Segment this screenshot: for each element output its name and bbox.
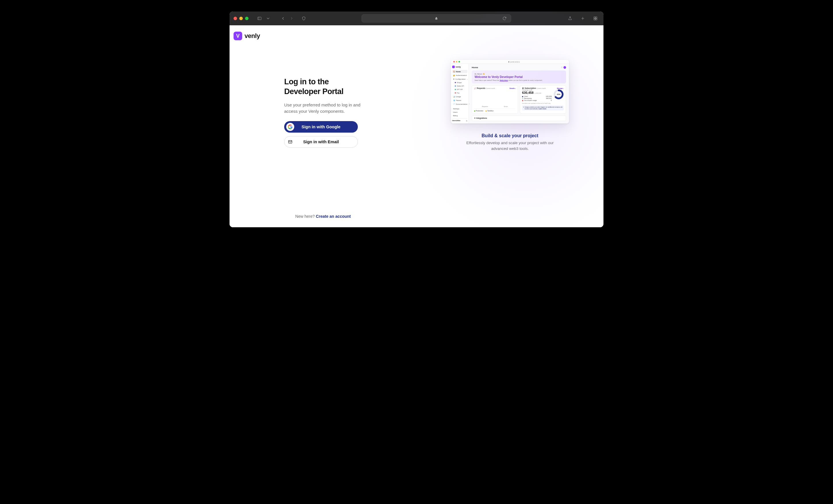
brand: V venly [234, 32, 260, 40]
preview-requests-details: Details › [510, 88, 516, 89]
privacy-report-button[interactable] [300, 15, 308, 22]
preview-nav-docs: 📄 Documentation ↗ [452, 102, 468, 105]
preview-url: portal.venly.io [508, 61, 520, 63]
svg-rect-4 [594, 17, 595, 18]
reload-button[interactable] [500, 15, 508, 22]
preview-nav-billing: Billing [452, 114, 468, 117]
preview-nav-faucet: 💧 Faucet [452, 99, 468, 102]
preview-subscription-manage: Manage › [557, 88, 564, 89]
nav-back-button[interactable] [279, 15, 287, 22]
preview-requests-chart [474, 90, 516, 105]
preview-integrations-card: ✦ Integrations [472, 115, 566, 121]
preview-hero-help: Need help to get started? Read the Venly… [475, 79, 563, 81]
preview-nav-pay: Pay [452, 92, 468, 94]
preview-nav-config: ⚙ Configuration ⌄ [452, 77, 468, 80]
signin-email-label: Sign in with Email [303, 140, 339, 144]
close-window-button[interactable] [234, 17, 237, 20]
preview-nav-nft: NFT API [452, 88, 468, 91]
tab-overview-button[interactable] [591, 15, 599, 22]
page-content: V venly Log in to the Developer Portal U… [230, 25, 603, 227]
create-account-link[interactable]: Create an account [316, 214, 351, 219]
preview-nav-settings: Settings [452, 107, 468, 110]
svg-rect-5 [596, 17, 597, 18]
preview-requests-card: 📈 Requests Current month Details › Reque… [472, 85, 518, 114]
share-button[interactable] [566, 15, 574, 22]
signin-email-button[interactable]: Sign in with Email [284, 136, 358, 148]
preview-nav-users: Users [452, 111, 468, 114]
sidebar-toggle-button[interactable] [256, 15, 263, 22]
tab-group-dropdown[interactable] [264, 15, 272, 22]
brand-logo: V [234, 32, 242, 40]
preview-help-icon: ? [561, 67, 562, 69]
preview-avatar [564, 66, 566, 69]
fullscreen-window-button[interactable] [245, 17, 248, 20]
marketing-panel: portal.venly.io venly 🏠 Home 🔐 Authentic… [416, 25, 603, 227]
lock-icon [435, 17, 438, 20]
google-icon [286, 123, 294, 131]
preview-brand: venly [452, 66, 468, 68]
preview-main: Home ? Hi, Simon 👋 Welcome to Venly Deve… [469, 64, 569, 123]
preview-nav-home: 🏠 Home [452, 70, 468, 73]
preview-hero-welcome: Welcome to Venly Developer Portal [475, 75, 563, 78]
svg-rect-0 [258, 17, 261, 20]
traffic-lights [234, 17, 248, 20]
preview-dot-yellow [456, 61, 457, 63]
address-bar[interactable] [361, 15, 511, 22]
marketing-caption: Build & scale your project Effortlessly … [461, 133, 559, 151]
minimize-window-button[interactable] [239, 17, 243, 20]
svg-rect-6 [594, 19, 595, 20]
nav-forward-button[interactable] [288, 15, 296, 22]
preview-nav-wallet: Wallet API [452, 85, 468, 88]
donut-chart: 63% [553, 89, 564, 99]
signin-google-label: Sign in with Google [302, 124, 340, 129]
preview-hero-hi: Hi, Simon 👋 [475, 73, 563, 75]
preview-titlebar: portal.venly.io [451, 60, 569, 64]
preview-org: Hartslikke ⇅ [452, 118, 468, 122]
login-title: Log in to the Developer Portal [284, 77, 416, 97]
signin-google-button[interactable]: Sign in with Google [284, 121, 358, 133]
new-tab-button[interactable] [579, 15, 587, 22]
mail-icon [286, 138, 294, 146]
brand-name: venly [244, 32, 260, 40]
caption-body: Effortlessly develop and scale your proj… [461, 140, 559, 151]
login-panel: Log in to the Developer Portal Use your … [230, 25, 416, 227]
preview-page-title: Home [472, 66, 478, 69]
titlebar [230, 11, 603, 25]
preview-hero: Hi, Simon 👋 Welcome to Venly Developer P… [472, 71, 566, 83]
preview-sidebar: venly 🏠 Home 🔐 Authentication ⚙ Configur… [451, 64, 469, 123]
browser-window: V venly Log in to the Developer Portal U… [230, 11, 603, 227]
preview-usage-banner: ℹ Usage outside your plan triggers an ad… [522, 105, 564, 111]
preview-nav-usage: 📊 Usage [452, 95, 468, 98]
preview-nav-widget: Widget [452, 81, 468, 84]
dashboard-preview: portal.venly.io venly 🏠 Home 🔐 Authentic… [451, 60, 569, 123]
svg-rect-7 [596, 19, 597, 20]
preview-subscription-card: 🗓 Subscription Current month Manage › Co… [520, 85, 566, 114]
signup-footer: New here? Create an account [230, 214, 416, 219]
preview-dot-green [458, 61, 460, 63]
caption-title: Build & scale your project [461, 133, 559, 138]
preview-dot-red [453, 61, 455, 63]
login-subtitle: Use your preferred method to log in and … [284, 102, 371, 115]
preview-nav-auth: 🔐 Authentication [452, 74, 468, 77]
